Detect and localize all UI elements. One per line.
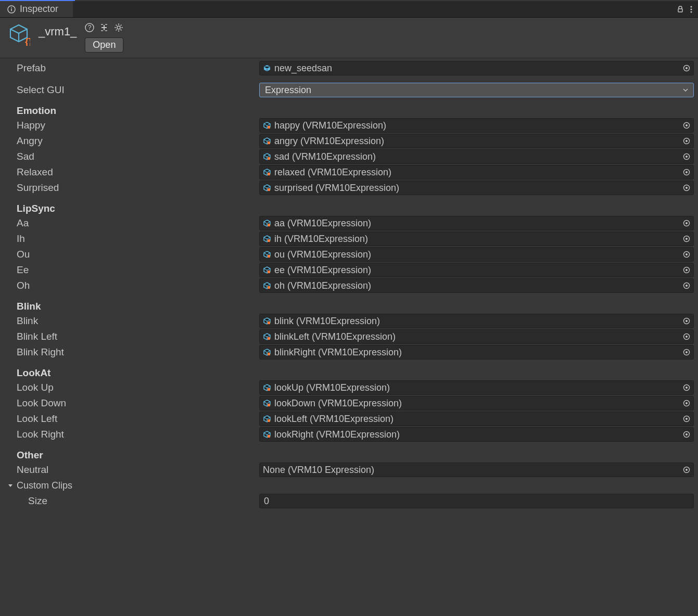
object-picker-icon[interactable] (682, 168, 691, 177)
object-picker-icon[interactable] (682, 136, 691, 146)
size-field[interactable]: 0 (259, 494, 694, 508)
svg-point-21 (686, 156, 688, 158)
svg-point-57 (686, 402, 688, 404)
select-gui-row: Select GUI Expression (4, 82, 694, 98)
help-icon[interactable]: ? (85, 23, 94, 32)
svg-point-10 (117, 26, 120, 29)
object-picker-icon[interactable] (682, 234, 691, 243)
property-label: Sad (4, 151, 259, 162)
object-picker-icon[interactable] (682, 316, 691, 326)
object-picker-icon[interactable] (682, 414, 691, 424)
expression-field[interactable]: relaxed (VRM10Expression) (259, 165, 694, 179)
expression-field[interactable]: blinkLeft (VRM10Expression) (259, 329, 694, 344)
size-label: Size (4, 495, 259, 507)
svg-rect-61 (268, 435, 270, 438)
svg-rect-25 (268, 188, 270, 191)
expression-field[interactable]: lookUp (VRM10Expression) (259, 380, 694, 395)
object-picker-icon[interactable] (682, 430, 691, 439)
neutral-row: Neutral None (VRM10 Expression) (4, 462, 694, 478)
object-picker-icon[interactable] (682, 250, 691, 259)
object-picker-icon[interactable] (682, 265, 691, 275)
lookat-row: Look DownlookDown (VRM10Expression) (4, 395, 694, 411)
expression-field[interactable]: lookDown (VRM10Expression) (259, 396, 694, 410)
object-picker-icon[interactable] (682, 281, 691, 290)
object-picker-icon[interactable] (682, 348, 691, 357)
expression-field[interactable]: ou (VRM10Expression) (259, 247, 694, 262)
open-button[interactable]: Open (85, 37, 123, 53)
property-label: Blink Left (4, 331, 259, 342)
expression-value: ou (VRM10Expression) (274, 249, 679, 260)
object-picker-icon[interactable] (682, 332, 691, 341)
size-value: 0 (264, 496, 269, 507)
custom-clips-label: Custom Clips (17, 480, 72, 491)
property-label: Angry (4, 135, 259, 147)
custom-clips-size-row: Size 0 (4, 493, 694, 509)
property-label: Ee (4, 264, 259, 276)
property-label: Ou (4, 249, 259, 260)
prefab-field[interactable]: new_seedsan (259, 61, 694, 75)
custom-clips-expander[interactable]: Custom Clips (4, 478, 694, 493)
property-label: Look Right (4, 429, 259, 440)
object-picker-icon[interactable] (682, 399, 691, 408)
lookat-row: Look LeftlookLeft (VRM10Expression) (4, 411, 694, 427)
svg-rect-2 (11, 7, 12, 8)
presets-icon[interactable] (99, 23, 109, 32)
object-picker-icon[interactable] (682, 152, 691, 161)
object-picker-icon[interactable] (682, 465, 691, 474)
inspector-tab[interactable]: Inspector (0, 1, 73, 17)
svg-rect-49 (268, 353, 270, 355)
scriptable-object-icon (263, 281, 271, 290)
expression-value: ee (VRM10Expression) (274, 265, 679, 276)
select-gui-label[interactable]: Select GUI (4, 84, 259, 96)
property-label: Look Down (4, 397, 259, 409)
expression-field[interactable]: oh (VRM10Expression) (259, 278, 694, 293)
expression-field[interactable]: blinkRight (VRM10Expression) (259, 345, 694, 360)
expression-value: ih (VRM10Expression) (274, 234, 679, 245)
expression-field[interactable]: sad (VRM10Expression) (259, 149, 694, 164)
object-picker-icon[interactable] (682, 219, 691, 228)
scriptable-object-icon (263, 399, 271, 407)
svg-rect-19 (268, 157, 270, 160)
select-gui-dropdown[interactable]: Expression (259, 83, 694, 97)
expression-value: happy (VRM10Expression) (274, 120, 679, 131)
svg-point-30 (686, 222, 688, 224)
blink-row: Blink RightblinkRight (VRM10Expression) (4, 344, 694, 360)
expression-value: angry (VRM10Expression) (274, 136, 679, 147)
blink-row: Blinkblink (VRM10Expression) (4, 313, 694, 329)
scriptable-object-icon (263, 430, 271, 439)
scriptable-object-icon (263, 383, 271, 392)
scriptable-object-icon (263, 415, 271, 423)
expression-field[interactable]: angry (VRM10Expression) (259, 134, 694, 148)
expression-field[interactable]: lookLeft (VRM10Expression) (259, 412, 694, 426)
prefab-value: new_seedsan (274, 63, 679, 74)
object-picker-icon[interactable] (682, 183, 691, 192)
scriptable-object-icon (263, 121, 271, 130)
lipsync-row: Aaaa (VRM10Expression) (4, 215, 694, 231)
property-label: Ih (4, 233, 259, 245)
section-emotion: Emotion (4, 98, 694, 118)
gear-icon[interactable] (114, 23, 123, 32)
lock-icon[interactable] (676, 5, 684, 14)
kebab-icon[interactable] (690, 5, 693, 14)
inspector-header: {} _vrm1_ ? Open (0, 18, 698, 58)
scriptable-object-icon (263, 219, 271, 227)
svg-point-48 (686, 336, 688, 338)
object-picker-icon[interactable] (682, 121, 691, 130)
neutral-field[interactable]: None (VRM10 Expression) (259, 463, 694, 477)
expression-field[interactable]: happy (VRM10Expression) (259, 118, 694, 133)
object-picker-icon[interactable] (682, 63, 691, 73)
expression-field[interactable]: ih (VRM10Expression) (259, 232, 694, 246)
expression-field[interactable]: blink (VRM10Expression) (259, 314, 694, 328)
svg-text:?: ? (88, 24, 92, 31)
expression-field[interactable]: lookRight (VRM10Expression) (259, 427, 694, 442)
object-picker-icon[interactable] (682, 383, 691, 392)
expression-field[interactable]: surprised (VRM10Expression) (259, 181, 694, 195)
neutral-value: None (VRM10 Expression) (263, 465, 679, 476)
expression-field[interactable]: aa (VRM10Expression) (259, 216, 694, 230)
expression-value: sad (VRM10Expression) (274, 151, 679, 162)
svg-rect-52 (268, 388, 270, 391)
svg-rect-16 (268, 142, 270, 144)
scriptable-object-icon (263, 168, 271, 176)
expression-field[interactable]: ee (VRM10Expression) (259, 263, 694, 277)
svg-rect-34 (268, 255, 270, 258)
